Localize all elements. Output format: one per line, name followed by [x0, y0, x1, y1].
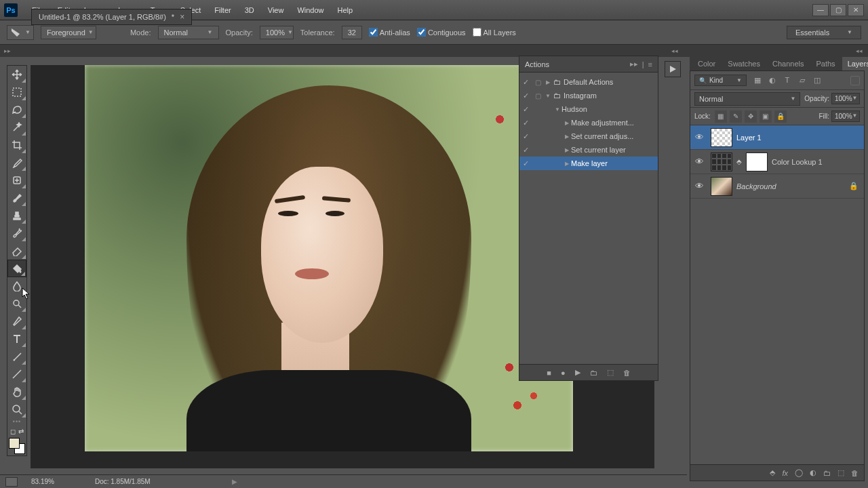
panel-tab-layers[interactable]: Layers	[842, 57, 868, 70]
filter-smart-icon[interactable]: ◫	[812, 76, 823, 85]
layer-thumbnail[interactable]	[711, 128, 732, 147]
action-enabled-check[interactable]: ✓	[519, 119, 532, 127]
action-disclosure-caret[interactable]: ▼	[544, 93, 552, 99]
delete-layer-icon[interactable]: 🗑	[851, 469, 859, 477]
group-icon[interactable]: 🗀	[823, 469, 831, 477]
workspace-dropdown[interactable]: Essentials ▼	[787, 26, 861, 39]
filter-toggle[interactable]	[850, 76, 860, 85]
tool-wand[interactable]	[7, 119, 26, 136]
tool-bucket[interactable]	[7, 260, 26, 277]
visibility-eye-icon[interactable]: 👁	[692, 132, 707, 142]
action-disclosure-caret[interactable]: ▶	[563, 120, 571, 126]
layers-opacity-field[interactable]: 100%▼	[831, 93, 860, 104]
maximize-button[interactable]: ▢	[830, 4, 846, 16]
tool-zoom[interactable]	[7, 401, 26, 418]
action-disclosure-caret[interactable]: ▶	[563, 161, 571, 167]
tool-eyedropper[interactable]	[7, 154, 26, 171]
tool-blur[interactable]	[7, 277, 26, 295]
action-enabled-check[interactable]: ✓	[519, 105, 532, 114]
action-item[interactable]: ✓▶Make adjustment...	[519, 116, 658, 129]
menu-3d[interactable]: 3D	[239, 3, 260, 17]
tool-hand[interactable]	[7, 383, 26, 401]
link-layers-icon[interactable]: ⬘	[770, 468, 775, 477]
fill-field[interactable]: 100%▼	[831, 110, 860, 122]
action-disclosure-caret[interactable]: ▼	[553, 106, 561, 113]
new-layer-icon[interactable]: ⬚	[837, 468, 844, 477]
lock-artboard-icon[interactable]: ▣	[760, 110, 772, 123]
layer-thumbnail[interactable]	[711, 177, 732, 196]
swap-colors-icon[interactable]: ⇄	[18, 428, 24, 435]
document-canvas[interactable]	[85, 65, 573, 451]
filter-shape-icon[interactable]: ▱	[797, 76, 808, 85]
tool-eraser[interactable]	[7, 242, 26, 260]
action-enabled-check[interactable]: ✓	[519, 132, 532, 141]
action-enabled-check[interactable]: ✓	[519, 92, 532, 100]
document-tab[interactable]: Untitled-1 @ 83.2% (Layer 1, RGB/8#) * ×	[31, 9, 192, 25]
mask-icon[interactable]: ◯	[795, 468, 803, 477]
tool-brush[interactable]	[7, 189, 26, 207]
visibility-eye-icon[interactable]: 👁	[692, 157, 707, 167]
tool-preset-button[interactable]: ▼	[7, 25, 34, 40]
lock-position-icon[interactable]: ✥	[745, 110, 757, 123]
action-dialog-toggle[interactable]: ▢	[532, 92, 544, 100]
color-swatches[interactable]	[7, 436, 26, 455]
fx-icon[interactable]: fx	[782, 469, 788, 477]
blend-mode-dropdown[interactable]: Normal ▼	[694, 92, 800, 106]
panel-tab-color[interactable]: Color	[692, 57, 721, 70]
action-disclosure-caret[interactable]: ▶	[544, 79, 552, 85]
tolerance-field[interactable]: 32	[342, 26, 362, 39]
new-action-icon[interactable]: ⬚	[607, 368, 614, 377]
action-item[interactable]: ✓▢▶🗀Default Actions	[519, 75, 658, 89]
expand-right-icon[interactable]: ◂◂	[856, 47, 863, 54]
filter-kind-dropdown[interactable]: 🔍 Kind ▼	[694, 75, 747, 86]
panel-tab-channels[interactable]: Channels	[767, 57, 809, 70]
layer-row[interactable]: 👁⬘Color Lookup 1	[690, 150, 864, 174]
lock-all-icon[interactable]: 🔒	[774, 110, 787, 123]
close-button[interactable]: ✕	[848, 4, 864, 16]
layer-row[interactable]: 👁Background🔒	[690, 174, 864, 199]
new-set-icon[interactable]: 🗀	[590, 369, 597, 377]
default-colors-icon[interactable]: ◻	[10, 428, 16, 435]
layer-name[interactable]: Background	[736, 182, 776, 190]
panel-tab-paths[interactable]: Paths	[810, 57, 840, 70]
tool-path[interactable]	[7, 348, 26, 365]
visibility-eye-icon[interactable]: 👁	[692, 181, 707, 191]
adjustment-icon[interactable]: ◐	[810, 468, 816, 477]
collapse-center-icon[interactable]: ◂◂	[671, 47, 678, 54]
play-large-button[interactable]	[665, 61, 681, 77]
layer-thumbnail[interactable]	[711, 152, 732, 171]
lock-transparent-icon[interactable]: ▦	[715, 110, 727, 123]
mask-thumbnail[interactable]	[746, 152, 768, 171]
filter-pixel-icon[interactable]: ▦	[752, 76, 763, 85]
action-disclosure-caret[interactable]: ▶	[563, 147, 571, 153]
collapse-icon[interactable]: ▸▸	[630, 60, 638, 68]
tool-dodge[interactable]	[7, 295, 26, 312]
mode-dropdown[interactable]: Normal ▼	[158, 26, 219, 39]
status-thumb[interactable]	[5, 477, 18, 487]
menu-help[interactable]: Help	[332, 3, 359, 17]
filter-adjust-icon[interactable]: ◐	[767, 76, 778, 85]
menu-view[interactable]: View	[262, 3, 290, 17]
tool-type[interactable]	[7, 330, 26, 348]
tool-pen[interactable]	[7, 312, 26, 330]
action-item[interactable]: ✓▶Make layer	[519, 157, 658, 170]
trash-icon[interactable]: 🗑	[623, 369, 631, 377]
action-enabled-check[interactable]: ✓	[519, 159, 532, 168]
action-item[interactable]: ✓▶Set current layer	[519, 143, 658, 157]
opacity-field[interactable]: 100% ▼	[260, 26, 294, 39]
panel-tab-swatches[interactable]: Swatches	[722, 57, 766, 70]
contiguous-checkbox[interactable]: Contiguous	[417, 28, 466, 37]
record-icon[interactable]: ●	[561, 369, 566, 377]
tab-close-icon[interactable]: ×	[180, 12, 184, 22]
action-disclosure-caret[interactable]: ▶	[563, 134, 571, 140]
tool-lasso[interactable]	[7, 101, 26, 119]
tool-shape[interactable]	[7, 365, 26, 383]
tool-crop[interactable]	[7, 136, 26, 154]
antialias-checkbox[interactable]: Anti-alias	[369, 28, 410, 37]
layer-name[interactable]: Layer 1	[736, 134, 762, 142]
lock-pixels-icon[interactable]: ✎	[730, 110, 742, 123]
tool-history[interactable]	[7, 224, 26, 242]
action-enabled-check[interactable]: ✓	[519, 78, 532, 87]
menu-filter[interactable]: Filter	[208, 3, 237, 17]
tool-healing[interactable]	[7, 171, 26, 189]
